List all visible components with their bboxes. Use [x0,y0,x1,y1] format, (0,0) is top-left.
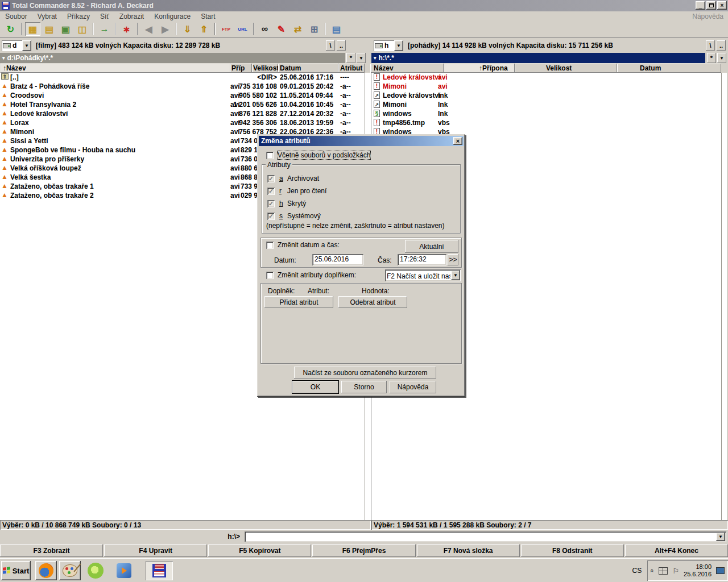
fkey-button-f9[interactable]: Alt+F4 Konec [625,544,728,557]
limewire-launcher[interactable] [84,562,107,579]
command-history-icon[interactable]: ▼ [716,533,725,541]
menu-item-4[interactable]: Síť [95,12,114,21]
file-row[interactable]: ▲Croodsoviavi905 580 10211.05.2014 09:44… [0,91,365,100]
full-view-icon[interactable]: ▤ [42,22,57,36]
change-plugin-label[interactable]: Změnit atributy doplňkem: [278,271,356,279]
remove-attribute-button[interactable]: Odebrat atribut [338,296,407,308]
restore-button[interactable] [706,1,716,10]
media-player-launcher[interactable] [113,562,135,579]
left-drive-combo[interactable]: d ▼ [2,40,31,51]
tree-view-icon[interactable]: ◫ [75,22,90,36]
attr-checkbox-r[interactable]: ✓ [267,188,275,195]
left-header-1[interactable]: ↑Název [1,64,230,73]
menu-item-7[interactable]: Start [196,12,220,21]
right-path-dropdown-icon[interactable]: ▾ [374,55,377,61]
add-attribute-button[interactable]: Přidat atribut [264,296,333,308]
left-root-button[interactable]: \ [326,40,335,51]
change-datetime-label[interactable]: Změnit datum a čas: [278,241,340,249]
back-icon[interactable]: ◀ [141,22,156,36]
left-path-bar[interactable]: ▾ d:\Pohádky\*.* [0,53,345,63]
fkey-button-f4[interactable]: F4 Upravit [104,544,207,557]
file-row[interactable]: !Mimoniavi [371,82,721,91]
file-row[interactable]: ↗Mimonilnk [371,100,721,109]
file-row[interactable]: !tmp4856.tmpvbs [371,118,721,127]
forward-icon[interactable]: ▶ [158,22,173,36]
right-header-4[interactable]: Datum [617,64,721,73]
load-from-file-button[interactable]: Načíst ze souboru označeného kurzorem [294,367,436,379]
start-button[interactable]: Start [1,561,31,580]
ftp-url-icon[interactable]: URL [235,22,250,36]
include-subfolders-label[interactable]: Včetně souborů v podsložkách [278,151,370,159]
file-row[interactable]: ↗Ledové královstvílnk [371,91,721,100]
right-star-button[interactable]: * [707,53,716,63]
pack-icon[interactable]: ⇓ [180,22,195,36]
right-root-button[interactable]: \ [706,40,715,51]
dialog-close-button[interactable]: × [453,137,462,145]
attr-checkbox-a[interactable]: ✓ [267,175,275,182]
ok-button[interactable]: OK [292,381,338,393]
select-files-icon[interactable]: ∗ [119,22,134,36]
right-path-bar[interactable]: ▾ h:\*.* [371,53,705,63]
right-parent-button[interactable]: .. [717,40,726,51]
tray-window-icon[interactable] [659,567,668,575]
plugin-combobox[interactable]: F2 Načíst a uložit nastav ▼ [385,269,461,281]
refresh-icon[interactable]: ↻ [3,22,18,36]
thumbnails-icon[interactable]: ▣ [58,22,73,36]
left-path-dropdown-icon[interactable]: ▾ [2,55,5,61]
fkey-button-f3[interactable]: F3 Zobrazit [0,544,103,557]
attr-checkbox-h[interactable]: ✓ [267,200,275,207]
paint-launcher[interactable] [59,561,81,580]
minimize-button[interactable]: _ [696,1,705,10]
command-input[interactable]: ▼ [245,531,726,542]
change-plugin-checkbox[interactable] [266,272,274,279]
notepad-icon[interactable]: ▤ [329,22,344,36]
left-parent-button[interactable]: .. [337,40,346,51]
multi-rename-icon[interactable]: ✎ [274,22,289,36]
total-commander-taskbar-button[interactable] [146,561,173,580]
file-row[interactable]: ▲Hotel Transylvania 2avi1 201 055 62610.… [0,100,365,109]
right-drive-dropdown-icon[interactable]: ▼ [394,40,403,51]
menu-item-2[interactable]: Vybrat [32,12,62,21]
left-star-button[interactable]: * [346,53,355,63]
more-time-button[interactable]: >> [448,254,458,265]
right-history-button[interactable]: ▼ [717,53,726,63]
file-row[interactable]: ⇧[..]<DIR>25.06.2016 17:16---- [0,73,365,82]
include-subfolders-checkbox[interactable] [266,152,274,159]
left-header-4[interactable]: Datum [278,64,338,73]
change-datetime-checkbox[interactable] [266,242,274,249]
cancel-button[interactable]: Storno [341,381,387,393]
file-row[interactable]: ▲Ledové královstvíavi876 121 82827.12.20… [0,109,365,118]
branch-view-icon[interactable]: → [97,22,112,36]
fkey-button-f7[interactable]: F7 Nová složka [417,544,520,557]
tray-flag-icon[interactable]: ⚐ [672,567,679,575]
left-drive-dropdown-icon[interactable]: ▼ [22,40,31,51]
time-input[interactable]: 17:26:32 [398,254,446,265]
brief-view-icon[interactable]: ▦ [25,22,40,36]
sync-dirs-icon[interactable]: ⇄ [290,22,305,36]
search-icon[interactable]: ∞ [257,22,272,36]
language-indicator[interactable]: CS [632,567,642,575]
current-datetime-button[interactable]: Aktuální [405,240,458,253]
menu-item-napoveda[interactable]: Nápověda [692,13,723,20]
left-header-5[interactable]: Atribut [338,64,365,73]
copy-clipboard-icon[interactable]: ⊞ [307,22,322,36]
right-header-3[interactable]: Velikost [515,64,617,73]
unpack-icon[interactable]: ⇑ [196,22,212,36]
ftp-connect-icon[interactable]: FTP [218,22,234,36]
left-header-3[interactable]: Velikost [252,64,278,73]
right-header-2[interactable]: ↑Přípona [444,64,515,73]
close-button[interactable]: × [717,1,727,10]
menu-item-1[interactable]: Soubor [0,12,32,21]
firefox-launcher[interactable] [35,561,57,580]
right-drive-combo[interactable]: h ▼ [374,40,403,51]
plugin-combobox-arrow-icon[interactable]: ▼ [451,271,460,280]
left-history-button[interactable]: ▼ [357,53,366,63]
help-button[interactable]: Nápověda [390,381,436,393]
right-header-1[interactable]: Název [371,64,444,73]
menu-item-6[interactable]: Konfigurace [149,12,196,21]
file-row[interactable]: ▲Bratz 4 - Pohádková říšeavi735 316 1080… [0,82,365,91]
fkey-button-f6[interactable]: F6 PřejmPřes [312,544,415,557]
right-scrollbar[interactable] [721,73,727,520]
menu-item-5[interactable]: Zobrazit [114,12,149,21]
file-row[interactable]: ▲Loraxavi942 356 30618.06.2013 19:59-a-- [0,118,365,127]
